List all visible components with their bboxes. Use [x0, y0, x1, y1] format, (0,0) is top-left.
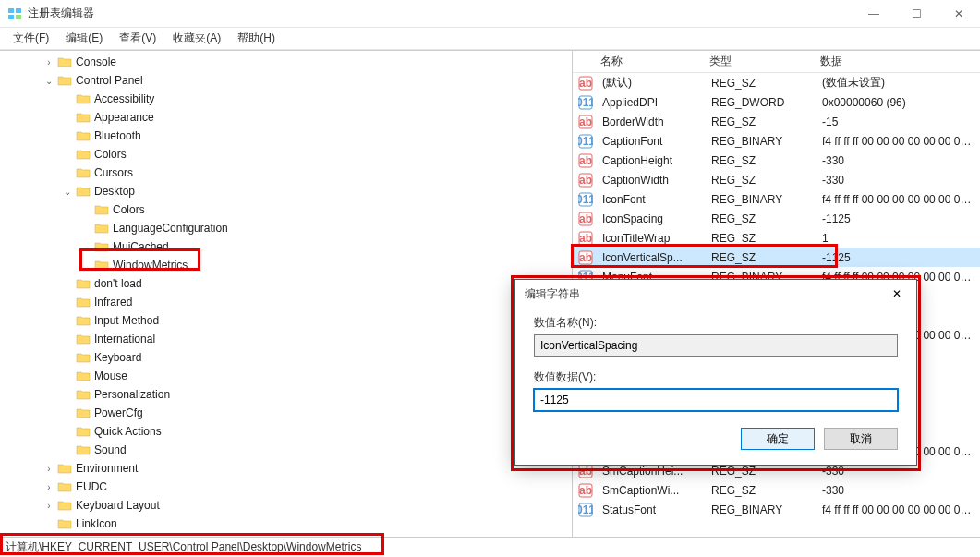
tree-item[interactable]: don't load: [0, 274, 572, 293]
tree-item-label: Colors: [113, 203, 145, 216]
tree-item[interactable]: Sound: [0, 441, 572, 459]
tree-item[interactable]: LanguageConfiguration: [0, 219, 572, 237]
tree-item[interactable]: MuiCached: [0, 237, 572, 256]
tree-item[interactable]: ›Environment: [0, 459, 572, 478]
tree-item[interactable]: Quick Actions: [0, 422, 572, 441]
expand-icon[interactable]: ›: [42, 480, 55, 493]
value-type-cell: REG_SZ: [706, 115, 817, 128]
svg-text:ab: ab: [579, 115, 592, 128]
tree-item[interactable]: Personalization: [0, 385, 572, 404]
menu-favorites[interactable]: 收藏夹(A): [165, 29, 228, 48]
expander-placeholder: [79, 222, 92, 235]
expand-icon[interactable]: ›: [42, 499, 55, 512]
expander-placeholder: [61, 277, 74, 290]
tree-item[interactable]: Keyboard: [0, 348, 572, 367]
tree-item[interactable]: Cursors: [0, 163, 572, 182]
expand-icon[interactable]: ›: [42, 462, 55, 475]
collapse-icon[interactable]: ⌄: [61, 185, 74, 198]
value-data-input[interactable]: [534, 389, 898, 411]
folder-icon: [57, 74, 72, 87]
expander-placeholder: [61, 92, 74, 105]
value-row[interactable]: 011IconFontREG_BINARYf4 ff ff ff 00 00 0…: [573, 189, 980, 209]
svg-text:ab: ab: [579, 232, 592, 245]
value-row[interactable]: abIconVerticalSp...REG_SZ-1125: [573, 248, 980, 267]
tree-item[interactable]: ⌄Control Panel: [0, 71, 572, 90]
tree-item[interactable]: Input Method: [0, 311, 572, 330]
string-value-icon: ab: [578, 212, 593, 226]
tree-item[interactable]: International: [0, 330, 572, 348]
value-row[interactable]: abSmCaptionWi...REG_SZ-330: [573, 480, 980, 500]
dialog-close-button[interactable]: ✕: [883, 284, 911, 304]
value-row[interactable]: abCaptionWidthREG_SZ-330: [573, 170, 980, 189]
minimize-button[interactable]: —: [853, 0, 895, 28]
value-row[interactable]: abIconSpacingREG_SZ-1125: [573, 209, 980, 228]
maximize-button[interactable]: ☐: [895, 0, 938, 28]
folder-icon: [57, 517, 72, 530]
collapse-icon[interactable]: ⌄: [42, 74, 55, 87]
value-type-cell: REG_BINARY: [706, 135, 817, 148]
tree-item[interactable]: ›Console: [0, 53, 572, 71]
close-button[interactable]: ✕: [938, 0, 980, 28]
value-row[interactable]: abCaptionHeightREG_SZ-330: [573, 151, 980, 170]
tree-item[interactable]: Appearance: [0, 108, 572, 127]
expand-icon[interactable]: ›: [42, 55, 55, 68]
value-name-input[interactable]: [534, 334, 898, 357]
col-name-header[interactable]: 名称: [595, 54, 704, 69]
value-data-cell: f4 ff ff ff 00 00 00 00 00 00 00 00 00 0…: [817, 193, 980, 206]
value-row[interactable]: 011CaptionFontREG_BINARYf4 ff ff ff 00 0…: [573, 131, 980, 151]
tree-item-label: Input Method: [94, 314, 159, 327]
expander-placeholder: [79, 240, 92, 253]
menubar: 文件(F) 编辑(E) 查看(V) 收藏夹(A) 帮助(H): [0, 28, 980, 50]
value-row[interactable]: 011StatusFontREG_BINARYf4 ff ff ff 00 00…: [573, 500, 980, 519]
tree-item[interactable]: WindowMetrics: [0, 256, 572, 274]
tree-item[interactable]: Colors: [0, 200, 572, 219]
tree-item[interactable]: PowerCfg: [0, 404, 572, 422]
expander-placeholder: [61, 111, 74, 124]
tree-item-label: PowerCfg: [94, 406, 143, 419]
tree-item[interactable]: Colors: [0, 145, 572, 163]
statusbar-path: 计算机\HKEY_CURRENT_USER\Control Panel\Desk…: [6, 539, 361, 555]
value-name-cell: SmCaptionHei...: [597, 465, 706, 478]
menu-help[interactable]: 帮助(H): [230, 29, 283, 48]
tree-item-label: Cursors: [94, 166, 133, 179]
svg-text:ab: ab: [579, 484, 592, 497]
value-name-label: 数值名称(N):: [534, 315, 898, 331]
value-type-cell: REG_SZ: [706, 212, 817, 225]
tree-item[interactable]: Mouse: [0, 367, 572, 385]
tree-item[interactable]: Accessibility: [0, 90, 572, 108]
menu-view[interactable]: 查看(V): [112, 29, 163, 48]
tree-item[interactable]: ›EUDC: [0, 478, 572, 496]
tree-item[interactable]: Bluetooth: [0, 127, 572, 145]
cancel-button[interactable]: 取消: [824, 428, 898, 450]
svg-rect-3: [16, 15, 21, 19]
value-data-cell: (数值未设置): [817, 75, 980, 91]
value-row[interactable]: abIconTitleWrapREG_SZ1: [573, 228, 980, 248]
svg-text:ab: ab: [579, 251, 592, 264]
value-row[interactable]: abBorderWidthREG_SZ-15: [573, 112, 980, 131]
statusbar: 计算机\HKEY_CURRENT_USER\Control Panel\Desk…: [0, 537, 980, 557]
value-row[interactable]: ab(默认)REG_SZ(数值未设置): [573, 73, 980, 92]
col-type-header[interactable]: 类型: [704, 54, 815, 69]
folder-icon: [76, 333, 91, 345]
edit-string-dialog: 编辑字符串 ✕ 数值名称(N): 数值数据(V): 确定 取消: [514, 279, 917, 466]
tree-item[interactable]: ⌄Desktop: [0, 182, 572, 200]
tree-item-label: Desktop: [94, 185, 135, 198]
svg-text:ab: ab: [579, 174, 592, 187]
tree-item[interactable]: Infrared: [0, 293, 572, 311]
tree-item-label: International: [94, 333, 155, 345]
tree-item[interactable]: ›Keyboard Layout: [0, 496, 572, 515]
col-data-header[interactable]: 数据: [815, 54, 980, 69]
folder-icon: [57, 499, 72, 512]
tree-pane[interactable]: ›Console⌄Control PanelAccessibilityAppea…: [0, 51, 573, 537]
value-row[interactable]: 011AppliedDPIREG_DWORD0x00000060 (96): [573, 92, 980, 112]
string-value-icon: ab: [578, 231, 593, 246]
expander-placeholder: [61, 443, 74, 456]
svg-rect-2: [8, 15, 14, 19]
ok-button[interactable]: 确定: [741, 428, 815, 450]
tree-item[interactable]: LinkIcon: [0, 515, 572, 533]
menu-edit[interactable]: 编辑(E): [58, 29, 110, 48]
menu-file[interactable]: 文件(F): [6, 29, 56, 48]
folder-icon: [76, 296, 91, 309]
folder-icon: [94, 259, 109, 272]
value-name-cell: SmCaptionWi...: [597, 484, 706, 497]
